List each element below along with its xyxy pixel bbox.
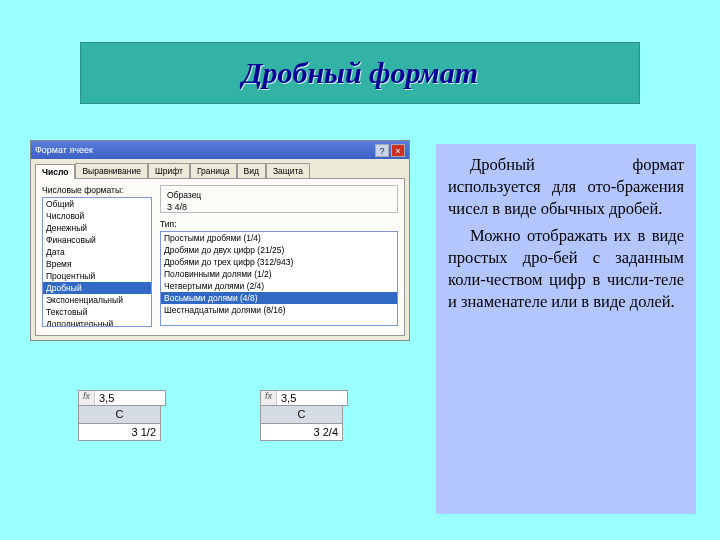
dialog-title: Формат ячеек — [35, 145, 375, 155]
category-item[interactable]: Процентный — [43, 270, 151, 282]
column-header: C — [79, 406, 161, 423]
dialog-tabs: Число Выравнивание Шрифт Граница Вид Защ… — [31, 159, 409, 178]
cell-table: C 3 1/2 — [78, 406, 161, 441]
category-item[interactable]: Текстовый — [43, 306, 151, 318]
formula-bar: fx 3,5 — [78, 390, 166, 406]
tab-body: Числовые форматы: ОбщийЧисловойДенежныйФ… — [35, 178, 405, 336]
formula-value: 3,5 — [95, 392, 114, 404]
tab-border[interactable]: Граница — [190, 163, 237, 178]
column-header: C — [261, 406, 343, 423]
type-item[interactable]: Шестнадцатыми долями (8/16) — [161, 304, 397, 316]
category-item[interactable]: Общий — [43, 198, 151, 210]
fx-icon: fx — [79, 391, 95, 405]
cell-value: 3 1/2 — [79, 423, 161, 440]
type-listbox[interactable]: Простыми дробями (1/4)Дробями до двух ци… — [160, 231, 398, 326]
sample-box: Образец 3 4/8 — [160, 185, 398, 213]
cell-snippet-1: fx 3,5 C 3 1/2 — [78, 390, 166, 441]
category-item[interactable]: Денежный — [43, 222, 151, 234]
sample-value: 3 4/8 — [167, 202, 391, 212]
tab-protection[interactable]: Защита — [266, 163, 310, 178]
close-button[interactable]: × — [391, 144, 405, 157]
type-item[interactable]: Половинными долями (1/2) — [161, 268, 397, 280]
description-p2: Можно отображать их в виде простых дро-б… — [448, 225, 684, 312]
category-item[interactable]: Числовой — [43, 210, 151, 222]
cell-value: 3 2/4 — [261, 423, 343, 440]
cell-table: C 3 2/4 — [260, 406, 343, 441]
label-number-formats: Числовые форматы: — [42, 185, 152, 195]
tab-font[interactable]: Шрифт — [148, 163, 190, 178]
formula-bar: fx 3,5 — [260, 390, 348, 406]
slide-title: Дробный формат — [242, 56, 478, 90]
help-button[interactable]: ? — [375, 144, 389, 157]
category-item[interactable]: Время — [43, 258, 151, 270]
description-box: Дробный формат используется для ото-браж… — [436, 144, 696, 514]
description-p1: Дробный формат используется для ото-браж… — [448, 154, 684, 219]
category-item[interactable]: Дополнительный — [43, 318, 151, 327]
type-item[interactable]: Четвертыми долями (2/4) — [161, 280, 397, 292]
label-type: Тип: — [160, 219, 398, 229]
label-sample: Образец — [167, 190, 391, 200]
category-item[interactable]: Экспоненциальный — [43, 294, 151, 306]
type-item[interactable]: Дробями до трех цифр (312/943) — [161, 256, 397, 268]
formula-value: 3,5 — [277, 392, 296, 404]
type-item[interactable]: Восьмыми долями (4/8) — [161, 292, 397, 304]
tab-view[interactable]: Вид — [237, 163, 266, 178]
category-item[interactable]: Финансовый — [43, 234, 151, 246]
category-item[interactable]: Дробный — [43, 282, 151, 294]
type-item[interactable]: Дробями до двух цифр (21/25) — [161, 244, 397, 256]
type-item[interactable]: Простыми дробями (1/4) — [161, 232, 397, 244]
cell-snippet-2: fx 3,5 C 3 2/4 — [260, 390, 348, 441]
dialog-titlebar: Формат ячеек ? × — [31, 141, 409, 159]
tab-alignment[interactable]: Выравнивание — [75, 163, 148, 178]
fx-icon: fx — [261, 391, 277, 405]
format-cells-dialog: Формат ячеек ? × Число Выравнивание Шриф… — [30, 140, 410, 341]
slide-title-bar: Дробный формат — [80, 42, 640, 104]
category-listbox[interactable]: ОбщийЧисловойДенежныйФинансовыйДатаВремя… — [42, 197, 152, 327]
tab-number[interactable]: Число — [35, 164, 75, 179]
category-item[interactable]: Дата — [43, 246, 151, 258]
